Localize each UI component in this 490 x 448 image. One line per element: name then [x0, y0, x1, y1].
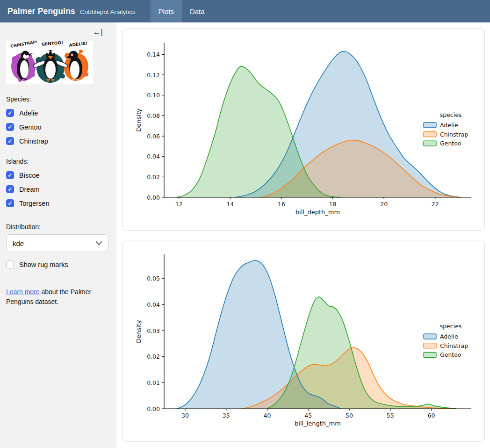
x-tick-label: 14 — [226, 201, 234, 208]
legend-swatch-gentoo — [424, 352, 436, 357]
bill-depth-card: 1214161820220.000.020.040.060.080.100.12… — [122, 29, 485, 231]
checkbox-label: Dream — [19, 186, 40, 193]
y-tick-label: 0.14 — [147, 51, 160, 58]
checkbox-label: Chinstrap — [19, 137, 48, 145]
x-axis-label: bill_depth_mm — [295, 209, 340, 216]
x-tick-label: 12 — [175, 201, 183, 208]
x-tick-label: 50 — [346, 412, 353, 419]
main-content: 1214161820220.000.020.040.060.080.100.12… — [116, 22, 490, 448]
distribution-select[interactable]: kde — [6, 234, 108, 252]
island-checkbox-torgersen[interactable]: Torgersen — [6, 199, 109, 207]
islands-section-label: Islands: — [6, 158, 109, 165]
legend-title: species — [440, 111, 462, 118]
tab-plots[interactable]: Plots — [151, 0, 182, 22]
legend: speciesAdelieChinstrapGentoo — [424, 111, 468, 147]
x-tick-label: 16 — [278, 201, 285, 208]
legend-label-gentoo: Gentoo — [440, 140, 461, 147]
chevron-down-icon — [96, 241, 102, 245]
legend-title: species — [440, 323, 462, 330]
y-tick-label: 0.06 — [147, 133, 160, 140]
y-tick-label: 0.03 — [147, 327, 160, 334]
kde-fills — [176, 51, 461, 197]
x-tick-label: 35 — [223, 412, 230, 419]
checkbox-icon[interactable] — [6, 137, 14, 145]
y-tick-label: 0.02 — [147, 353, 160, 360]
app-title: Palmer Penguins — [7, 7, 75, 16]
checkbox-label: Adelie — [19, 109, 38, 117]
checkbox-icon[interactable] — [6, 260, 14, 268]
legend-label-adelie: Adelie — [440, 122, 458, 129]
learn-more-link[interactable]: Learn more — [6, 288, 40, 296]
checkbox-icon[interactable] — [6, 185, 14, 193]
x-tick-label: 20 — [380, 201, 388, 208]
legend-swatch-adelie — [424, 123, 436, 128]
app-subtitle: Cobblepot Analytics — [80, 8, 136, 15]
y-tick-label: 0.05 — [147, 275, 160, 282]
checkbox-icon[interactable] — [6, 123, 14, 131]
species-checkbox-chinstrap[interactable]: Chinstrap — [6, 137, 109, 145]
legend: speciesAdelieChinstrapGentoo — [424, 323, 468, 358]
distribution-label: Distribution: — [6, 223, 109, 231]
y-tick-label: 0.00 — [147, 194, 160, 201]
y-tick-label: 0.04 — [147, 153, 160, 160]
checkbox-icon[interactable] — [6, 171, 14, 179]
y-axis-label: Density — [135, 320, 142, 343]
y-tick-label: 0.10 — [147, 92, 160, 99]
app-brand: Palmer Penguins Cobblepot Analytics — [0, 7, 143, 16]
bill-length-card: 303540455055600.000.010.020.030.040.05bi… — [122, 240, 485, 442]
sidebar-footer-text: Learn more about the Palmer Penguins dat… — [6, 287, 100, 307]
x-tick-label: 60 — [428, 412, 435, 419]
legend-label-gentoo: Gentoo — [440, 351, 461, 358]
penguin-artwork-image: CHINSTRAP! GENTOO! ADÉLIE! — [6, 41, 93, 84]
species-checkbox-adelie[interactable]: Adelie — [6, 109, 109, 117]
distribution-selected-value: kde — [13, 239, 24, 247]
legend-label-chinstrap: Chinstrap — [440, 342, 468, 349]
sidebar: ←| — [0, 22, 115, 448]
checkbox-icon[interactable] — [6, 109, 14, 117]
rug-marks-checkbox[interactable]: Show rug marks — [6, 260, 109, 268]
x-axis-label: bill_length_mm — [295, 420, 341, 427]
y-tick-label: 0.12 — [147, 72, 160, 79]
x-tick-label: 22 — [432, 201, 439, 208]
legend-swatch-chinstrap — [424, 132, 436, 137]
y-axis-label: Density — [135, 108, 142, 132]
bill-length-kde-plot: 303540455055600.000.010.020.030.040.05bi… — [122, 240, 484, 441]
x-tick-label: 30 — [181, 412, 189, 419]
checkbox-label: Torgersen — [19, 200, 49, 207]
y-tick-label: 0.04 — [147, 301, 160, 308]
checkbox-label: Gentoo — [19, 123, 42, 131]
x-tick-label: 45 — [304, 412, 312, 419]
checkbox-label: Show rug marks — [19, 261, 68, 268]
checkbox-label: Biscoe — [19, 172, 40, 179]
x-tick-label: 40 — [264, 412, 271, 419]
island-checkbox-biscoe[interactable]: Biscoe — [6, 171, 109, 179]
y-tick-label: 0.01 — [147, 379, 160, 386]
legend-swatch-gentoo — [424, 141, 436, 146]
y-tick-label: 0.08 — [147, 112, 160, 119]
legend-swatch-chinstrap — [424, 343, 436, 348]
sidebar-collapse-icon[interactable]: ←| — [93, 28, 103, 36]
y-tick-label: 0.00 — [147, 405, 160, 412]
checkbox-icon[interactable] — [6, 199, 14, 207]
x-tick-label: 18 — [329, 201, 337, 208]
x-tick-label: 55 — [387, 412, 394, 419]
kde-fills — [177, 260, 456, 409]
island-checkbox-dream[interactable]: Dream — [6, 185, 109, 193]
legend-swatch-adelie — [424, 334, 436, 339]
species-checkbox-gentoo[interactable]: Gentoo — [6, 123, 109, 131]
tab-data[interactable]: Data — [182, 0, 213, 22]
bill-depth-kde-plot: 1214161820220.000.020.040.060.080.100.12… — [122, 29, 484, 230]
legend-label-chinstrap: Chinstrap — [440, 131, 468, 138]
navbar: Palmer Penguins Cobblepot Analytics Plot… — [0, 0, 490, 22]
navbar-tabs: Plots Data — [151, 0, 213, 22]
y-tick-label: 0.02 — [147, 173, 160, 181]
species-section-label: Species: — [6, 95, 109, 103]
legend-label-adelie: Adelie — [440, 333, 458, 340]
